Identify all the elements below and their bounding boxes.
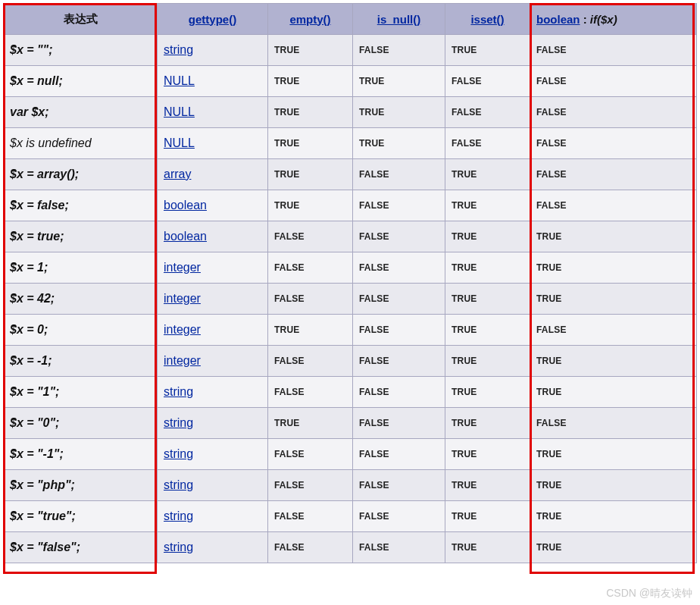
expression-cell: $x = 1; xyxy=(4,252,158,284)
gettype-link[interactable]: integer xyxy=(164,354,201,367)
empty-cell: FALSE xyxy=(268,501,353,532)
gettype-cell: string xyxy=(158,501,268,532)
isset-cell: TRUE xyxy=(445,377,530,408)
table-row: $x = 0;integerTRUEFALSETRUEFALSE xyxy=(4,315,697,346)
header-is-null-link[interactable]: is_null() xyxy=(377,13,421,26)
boolean-cell: FALSE xyxy=(530,97,697,128)
is_null-cell: FALSE xyxy=(353,252,445,284)
gettype-link[interactable]: array xyxy=(164,168,191,180)
boolean-cell: TRUE xyxy=(530,377,697,408)
gettype-link[interactable]: NULL xyxy=(164,105,195,118)
is_null-cell: FALSE xyxy=(353,221,445,252)
table-row: $x = "false";stringFALSEFALSETRUETRUE xyxy=(4,532,697,563)
header-expression: 表达式 xyxy=(4,4,158,35)
header-empty-link[interactable]: empty() xyxy=(289,13,330,26)
gettype-link[interactable]: string xyxy=(164,43,193,56)
expression-cell: $x = "-1"; xyxy=(4,439,158,470)
table-row: $x = "1";stringFALSEFALSETRUETRUE xyxy=(4,377,697,408)
table-header-row: 表达式 gettype() empty() is_null() isset() … xyxy=(4,4,697,35)
isset-cell: FALSE xyxy=(445,128,530,159)
isset-cell: TRUE xyxy=(445,252,530,284)
table-row: $x = 42;integerFALSEFALSETRUETRUE xyxy=(4,284,697,315)
isset-cell: TRUE xyxy=(445,315,530,346)
gettype-cell: string xyxy=(158,532,268,563)
gettype-cell: NULL xyxy=(158,97,268,128)
gettype-cell: array xyxy=(158,159,268,190)
table-row: var $x;NULLTRUETRUEFALSEFALSE xyxy=(4,97,697,128)
empty-cell: FALSE xyxy=(268,470,353,501)
boolean-cell: FALSE xyxy=(530,408,697,439)
expression-cell: $x = "php"; xyxy=(4,470,158,501)
empty-cell: FALSE xyxy=(268,252,353,284)
is_null-cell: FALSE xyxy=(353,439,445,470)
isset-cell: TRUE xyxy=(445,439,530,470)
gettype-link[interactable]: NULL xyxy=(164,136,195,149)
empty-cell: TRUE xyxy=(268,159,353,190)
header-gettype-link[interactable]: gettype() xyxy=(189,13,236,26)
table-row: $x is undefinedNULLTRUETRUEFALSEFALSE xyxy=(4,128,697,159)
is_null-cell: FALSE xyxy=(353,190,445,221)
boolean-cell: TRUE xyxy=(530,532,697,563)
expression-cell: $x = "0"; xyxy=(4,408,158,439)
gettype-cell: boolean xyxy=(158,190,268,221)
boolean-cell: FALSE xyxy=(530,159,697,190)
empty-cell: FALSE xyxy=(268,346,353,377)
table-row: $x = "-1";stringFALSEFALSETRUETRUE xyxy=(4,439,697,470)
header-isset-link[interactable]: isset() xyxy=(470,13,504,26)
gettype-link[interactable]: string xyxy=(164,478,193,491)
gettype-cell: string xyxy=(158,439,268,470)
gettype-link[interactable]: integer xyxy=(164,261,201,274)
is_null-cell: FALSE xyxy=(353,35,445,66)
boolean-cell: TRUE xyxy=(530,346,697,377)
is_null-cell: FALSE xyxy=(353,284,445,315)
boolean-cell: FALSE xyxy=(530,128,697,159)
gettype-cell: integer xyxy=(158,346,268,377)
boolean-cell: TRUE xyxy=(530,284,697,315)
header-empty: empty() xyxy=(268,4,353,35)
is_null-cell: FALSE xyxy=(353,532,445,563)
expression-cell: $x = false; xyxy=(4,190,158,221)
isset-cell: FALSE xyxy=(445,66,530,97)
boolean-cell: TRUE xyxy=(530,470,697,501)
empty-cell: TRUE xyxy=(268,66,353,97)
gettype-link[interactable]: NULL xyxy=(164,74,195,87)
boolean-cell: TRUE xyxy=(530,252,697,284)
isset-cell: TRUE xyxy=(445,470,530,501)
empty-cell: TRUE xyxy=(268,128,353,159)
gettype-cell: string xyxy=(158,377,268,408)
empty-cell: TRUE xyxy=(268,190,353,221)
table-row: $x = 1;integerFALSEFALSETRUETRUE xyxy=(4,252,697,284)
isset-cell: TRUE xyxy=(445,408,530,439)
boolean-cell: FALSE xyxy=(530,315,697,346)
is_null-cell: FALSE xyxy=(353,470,445,501)
table-row: $x = -1;integerFALSEFALSETRUETRUE xyxy=(4,346,697,377)
is_null-cell: TRUE xyxy=(353,128,445,159)
isset-cell: TRUE xyxy=(445,284,530,315)
empty-cell: FALSE xyxy=(268,284,353,315)
empty-cell: FALSE xyxy=(268,532,353,563)
table-row: $x = array();arrayTRUEFALSETRUEFALSE xyxy=(4,159,697,190)
gettype-link[interactable]: integer xyxy=(164,292,201,305)
expression-cell: $x = array(); xyxy=(4,159,158,190)
empty-cell: TRUE xyxy=(268,408,353,439)
gettype-cell: integer xyxy=(158,284,268,315)
watermark: CSDN @晴友读钟 xyxy=(606,587,692,600)
gettype-link[interactable]: string xyxy=(164,509,193,522)
gettype-cell: NULL xyxy=(158,66,268,97)
empty-cell: FALSE xyxy=(268,377,353,408)
gettype-link[interactable]: boolean xyxy=(164,230,207,243)
gettype-link[interactable]: string xyxy=(164,541,193,553)
header-boolean-link[interactable]: boolean xyxy=(536,13,580,26)
gettype-link[interactable]: integer xyxy=(164,323,201,336)
gettype-cell: string xyxy=(158,35,268,66)
is_null-cell: TRUE xyxy=(353,97,445,128)
gettype-link[interactable]: string xyxy=(164,385,193,398)
isset-cell: FALSE xyxy=(445,97,530,128)
isset-cell: TRUE xyxy=(445,221,530,252)
is_null-cell: FALSE xyxy=(353,408,445,439)
table-body: $x = "";stringTRUEFALSETRUEFALSE$x = nul… xyxy=(4,35,697,563)
gettype-link[interactable]: string xyxy=(164,416,193,429)
gettype-link[interactable]: boolean xyxy=(164,199,207,212)
gettype-link[interactable]: string xyxy=(164,447,193,460)
isset-cell: TRUE xyxy=(445,501,530,532)
